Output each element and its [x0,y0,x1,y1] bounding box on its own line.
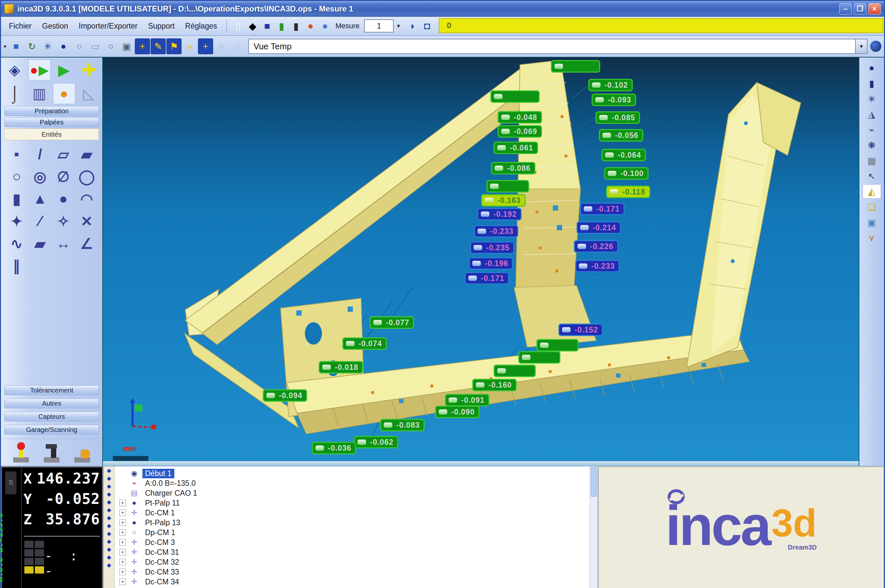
tree-expand-icon[interactable]: + [119,500,126,506]
tree-strip-icon[interactable]: ◆ [107,547,111,552]
tile-windows-icon[interactable]: ▦ [862,153,881,168]
measurement-label[interactable]: -0.118 [606,186,650,198]
shaded-sphere-icon[interactable]: ● [56,38,71,54]
tree-expand-icon[interactable]: + [119,568,126,575]
circle-probed-icon[interactable]: ◎ [30,167,50,186]
measure-part-icon[interactable]: ◮ [862,107,881,122]
measurement-label[interactable]: -0.085 [596,111,640,124]
swap-view-icon[interactable]: » [182,38,197,54]
tree-item[interactable]: +▤Charger CAO 1 [119,488,590,498]
measurement-label[interactable]: -0.163 [481,194,525,207]
measurement-label[interactable]: -0.056 [599,129,643,142]
measurement-label[interactable]: -0.233 [474,225,518,237]
tree-item[interactable]: +✛Dc-CM 3 [119,537,590,547]
measurement-label[interactable]: -0.214 [576,221,621,234]
ellipse-icon[interactable]: ∅ [54,167,73,186]
edit-view-icon[interactable]: ✎ [151,38,166,54]
plane-up-icon[interactable]: ▱ [54,145,73,163]
select-cursor-icon[interactable]: ↖ [862,169,881,183]
stop-icon[interactable]: ● [303,19,318,33]
machine-run-icon[interactable]: ◘ [420,19,434,33]
measurement-label[interactable] [518,351,560,364]
tree-item[interactable]: +✛Dc-CM 1 [119,508,590,518]
measurement-label[interactable]: -0.077 [370,316,414,329]
tree-item[interactable]: +●Pt-Palp 13 [119,518,590,528]
measurement-label[interactable]: -0.152 [558,324,603,336]
ghost-view-icon[interactable]: ◌ [230,38,245,54]
torus-icon[interactable]: ◯ [77,167,96,186]
help-globe-icon[interactable]: ● [318,19,332,33]
view-combo-dropdown-icon[interactable]: ▾ [856,39,868,54]
menu-support[interactable]: Support [143,19,180,33]
tree-strip-icon[interactable]: ◆ [107,483,111,489]
sidebar-section-tol-rancement[interactable]: Tolérancement [4,386,99,395]
tree-item[interactable]: +✛Dc-CM 33 [119,567,590,577]
measurement-label[interactable] [536,339,578,351]
measurement-label[interactable] [486,180,529,192]
move-machine-button[interactable]: ✚ [78,60,100,81]
tree-item[interactable]: +✛Dc-CM 34 [119,577,590,586]
new-file-icon[interactable]: ▯ [231,19,245,33]
arc-icon[interactable]: ◠ [77,189,96,208]
tree-expand-icon[interactable]: + [119,549,126,555]
point-corner-icon[interactable]: ✧ [54,212,73,230]
snapshot-icon[interactable]: ▣ [119,38,134,54]
sidebar-section-garage-scanning[interactable]: Garage/Scanning [4,425,99,435]
probe-button[interactable]: ⌡ [4,83,26,104]
measurement-label[interactable]: -0.036 [312,442,356,454]
curve-icon[interactable]: ∿ [7,234,26,253]
point-vector-icon[interactable]: ✕ [77,212,96,230]
measurement-label[interactable]: -0.100 [604,167,649,180]
locked-view-icon[interactable]: ○ [214,38,229,54]
point-surface-icon[interactable]: ✦ [7,212,26,230]
line-icon[interactable]: / [30,145,50,163]
sidebar-section-capteurs[interactable]: Capteurs [4,412,99,422]
tree-strip-icon[interactable]: ◆ [107,499,111,505]
angle-icon[interactable]: ∠ [77,234,96,253]
tree-strip-icon[interactable]: ◆ [107,555,111,560]
select-plane-button[interactable]: ◺ [78,83,100,104]
view-select-combo[interactable]: Vue Temp [248,39,856,54]
layers-icon[interactable]: ❏ [862,200,881,214]
tree-strip-icon[interactable]: ◆ [107,468,111,473]
cylinder-pair-icon[interactable]: ∥ [7,256,26,275]
measurement-label[interactable]: -0.048 [498,111,542,123]
sphere-calib-button[interactable]: ● [53,83,75,104]
measurement-label[interactable]: -0.069 [498,125,542,138]
measurement-label[interactable]: -0.171 [580,202,625,215]
center-view-icon[interactable]: ✳ [40,38,55,54]
measurement-label[interactable]: -0.018 [319,361,363,374]
point-edge-icon[interactable]: ⁄ [30,212,50,230]
probe-path-icon[interactable]: ⌁ [862,123,881,137]
measurement-label[interactable]: -0.083 [380,419,424,431]
tree-scrollbar[interactable] [590,466,598,588]
tree-item[interactable]: +⌁A:0.0 B=-135.0 [119,478,590,488]
render-mode-icon[interactable]: ■ [9,38,24,54]
scanner-icon[interactable] [72,442,93,463]
measurement-label[interactable]: -0.062 [354,436,398,448]
tree-item[interactable]: +○Dp-CM 1 [119,528,590,537]
measurement-label[interactable]: -0.235 [470,242,514,254]
sphere-triad-icon[interactable]: ❋ [862,138,881,152]
measurement-label[interactable]: -0.064 [602,149,646,161]
plane-down-icon[interactable]: ▰ [77,145,96,163]
tree-expand-icon[interactable]: + [119,559,126,566]
measurement-label[interactable]: -0.086 [491,162,536,174]
new-temp-view-icon[interactable]: + [198,38,213,54]
menu-gestion[interactable]: Gestion [37,19,73,33]
probe-tool-icon[interactable]: ▮ [289,19,303,33]
tree-item[interactable]: +✛Dc-CM 32 [119,557,590,567]
menu-fichier[interactable]: Fichier [4,19,37,33]
measurement-label[interactable]: -0.094 [263,389,307,402]
joystick-icon[interactable] [11,442,32,463]
measurement-label[interactable]: -0.226 [574,240,618,253]
save-icon[interactable]: ■ [260,19,274,33]
entity-sphere-icon[interactable]: ● [862,61,881,75]
sidebar-section-palpées[interactable]: Palpées [4,117,99,127]
tree-strip-icon[interactable]: ◆ [107,531,111,536]
tree-strip-icon[interactable]: ◆ [107,539,111,544]
tree-expand-icon[interactable]: + [119,529,126,536]
tree-strip-icon[interactable]: ◆ [107,507,111,513]
measurement-label[interactable] [490,90,540,103]
measurement-label[interactable]: -0.074 [342,338,387,350]
